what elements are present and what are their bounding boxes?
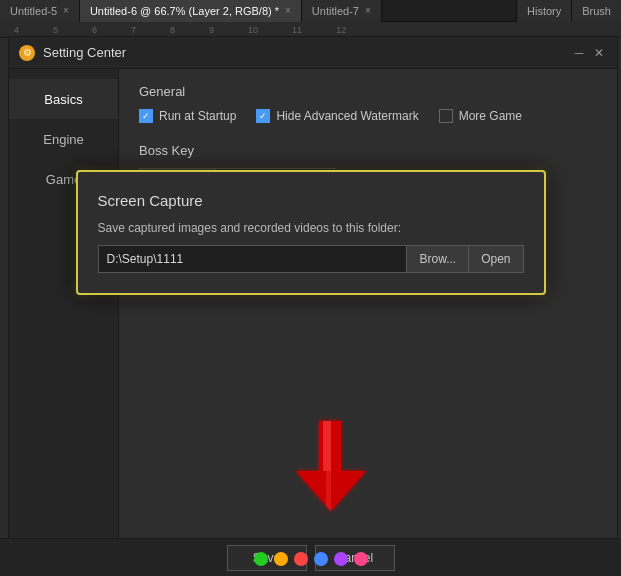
dialog-path-row: D:\Setup\1111 Brow... Open	[98, 245, 524, 273]
dot-pink[interactable]	[354, 552, 368, 566]
browse-button[interactable]: Brow...	[406, 245, 469, 273]
path-input[interactable]: D:\Setup\1111	[98, 245, 407, 273]
dot-orange[interactable]	[274, 552, 288, 566]
arrow-overlay	[291, 416, 371, 516]
down-arrow-icon	[291, 416, 371, 516]
bottom-bar: Save Cancel	[0, 538, 621, 576]
dialog-description: Save captured images and recorded videos…	[98, 221, 524, 235]
dot-green[interactable]	[254, 552, 268, 566]
svg-rect-2	[323, 421, 331, 471]
open-button[interactable]: Open	[469, 245, 523, 273]
dot-blue[interactable]	[314, 552, 328, 566]
dot-purple[interactable]	[334, 552, 348, 566]
screen-capture-dialog: Screen Capture Save captured images and …	[76, 170, 546, 295]
dialog-title: Screen Capture	[98, 192, 524, 209]
window-dots	[254, 552, 368, 566]
dot-red[interactable]	[294, 552, 308, 566]
